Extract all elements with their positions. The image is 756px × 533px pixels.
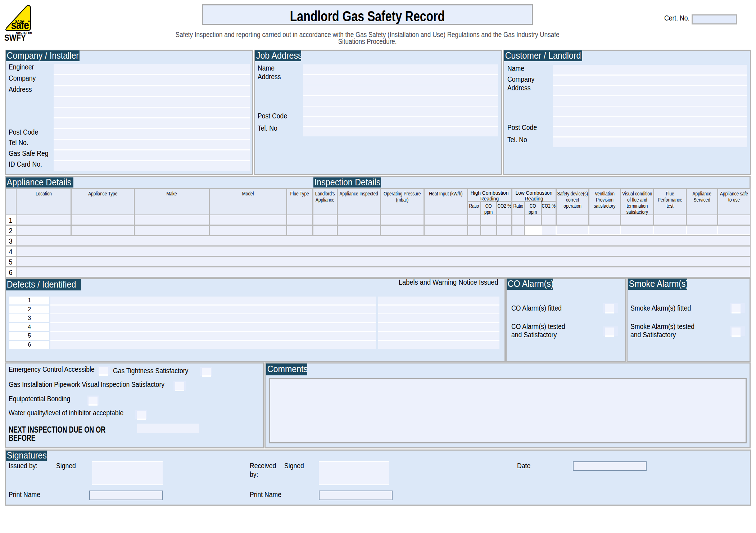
svg-text:safe: safe: [11, 18, 29, 31]
